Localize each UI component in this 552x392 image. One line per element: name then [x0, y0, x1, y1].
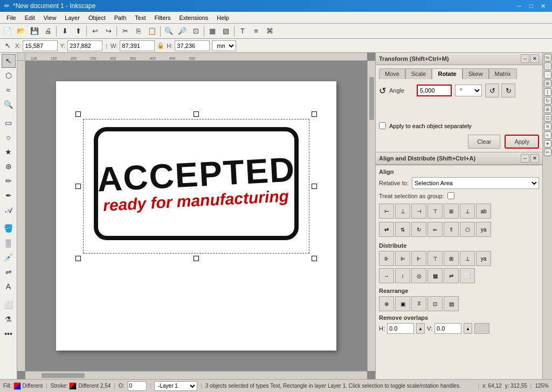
menu-object[interactable]: Object: [84, 13, 110, 22]
handle-bottom-middle[interactable]: [194, 256, 199, 261]
tab-move[interactable]: Move: [379, 68, 405, 79]
text-tool[interactable]: A: [2, 279, 16, 293]
dist-top-edges[interactable]: ⊤: [427, 251, 443, 266]
align-flip-v[interactable]: ⇑: [444, 222, 459, 237]
print-button[interactable]: 🖨: [42, 25, 54, 38]
layer-select[interactable]: -Layer 1: [154, 381, 197, 391]
dist-circular[interactable]: ◎: [411, 268, 426, 283]
snap-path-intersect[interactable]: ✦: [544, 140, 551, 148]
v-overlap-input[interactable]: [434, 323, 461, 334]
tab-skew[interactable]: Skew: [463, 68, 489, 79]
align-top-edge[interactable]: ⊤: [427, 204, 443, 219]
ungroup-button[interactable]: ▧: [219, 25, 232, 38]
snap-path[interactable]: ≈: [544, 131, 551, 139]
minimize-button[interactable]: ─: [514, 1, 524, 11]
star-tool[interactable]: ★: [2, 145, 16, 159]
apply-each-checkbox[interactable]: [379, 122, 386, 129]
bucket-tool[interactable]: 🪣: [2, 221, 16, 235]
unit-select[interactable]: mm px cm in pt: [212, 40, 236, 51]
tab-scale[interactable]: Scale: [405, 68, 432, 79]
w-input[interactable]: [120, 40, 155, 51]
snap-midpoint[interactable]: ⊡: [544, 114, 551, 122]
scrollbar-vertical[interactable]: [367, 61, 375, 371]
pencil-tool[interactable]: ✏: [2, 174, 16, 188]
cut-button[interactable]: ✂: [119, 25, 132, 38]
rearrange-grid[interactable]: ▤: [444, 296, 459, 311]
handle-top-right[interactable]: [312, 111, 317, 117]
dist-left-edges[interactable]: ⊪: [379, 251, 394, 266]
tweak-tool[interactable]: ≈: [2, 83, 16, 97]
align-exchange-y[interactable]: ⇅: [395, 222, 410, 237]
h-overlap-input[interactable]: [387, 323, 414, 334]
rearrange-tile[interactable]: ⊡: [427, 296, 443, 311]
h-input[interactable]: [175, 40, 210, 51]
eyedropper-tool[interactable]: 💉: [2, 250, 16, 264]
ellipse-tool[interactable]: ○: [2, 130, 16, 144]
scrollbar-horizontal[interactable]: [25, 371, 367, 379]
close-button[interactable]: ✕: [538, 1, 548, 11]
menu-edit[interactable]: Edit: [20, 13, 39, 22]
dist-right-edges[interactable]: ⊩: [411, 251, 426, 266]
zoom-fit-button[interactable]: ⊡: [189, 25, 202, 38]
handle-bottom-right[interactable]: [312, 256, 317, 261]
group-button[interactable]: ▦: [206, 25, 219, 38]
v-overlap-up[interactable]: ▲: [464, 323, 472, 334]
snap-center[interactable]: ⊕: [544, 106, 551, 113]
menu-layer[interactable]: Layer: [60, 13, 84, 22]
undo-button[interactable]: ↩: [88, 25, 101, 38]
rotate-cw-button[interactable]: ↻: [501, 83, 515, 97]
3d-box-tool[interactable]: ⬜: [2, 298, 16, 312]
snap-extension[interactable]: ⊢: [544, 149, 551, 156]
dist-equal-h[interactable]: ↔: [379, 268, 394, 283]
treat-as-group-checkbox[interactable]: [447, 192, 454, 199]
dropper-tool2[interactable]: ⚗: [2, 312, 16, 326]
align-minimize-button[interactable]: ─: [521, 154, 529, 163]
align-exchange-x[interactable]: ⇄: [379, 222, 394, 237]
menu-view[interactable]: View: [39, 13, 61, 22]
transform-close-button[interactable]: ✕: [530, 54, 539, 63]
handle-top-middle[interactable]: [194, 111, 199, 117]
dist-grid[interactable]: ▦: [427, 268, 443, 283]
tab-matrix[interactable]: Matrix: [489, 68, 517, 79]
snap-rotation[interactable]: ↻: [544, 97, 551, 104]
stroke-swatch[interactable]: [69, 382, 77, 390]
align-flip-h[interactable]: ⇐: [427, 222, 443, 237]
handle-top-left[interactable]: [75, 111, 81, 117]
dist-exchange[interactable]: ⇌: [444, 268, 459, 283]
new-button[interactable]: 📄: [1, 25, 14, 38]
dist-unclump[interactable]: ⬜: [460, 268, 475, 283]
align-left-edge[interactable]: ⊢: [379, 204, 394, 219]
scrollbar-v-thumb[interactable]: [369, 77, 374, 120]
align-text-baseline[interactable]: ab: [476, 204, 491, 219]
select-tool[interactable]: ↖: [2, 54, 16, 68]
align-close-button[interactable]: ✕: [530, 154, 539, 163]
node-tool[interactable]: ⬡: [2, 68, 16, 82]
save-button[interactable]: 💾: [28, 25, 41, 38]
align-center-v[interactable]: ⊞: [444, 204, 459, 219]
gradient-tool[interactable]: ▒: [2, 236, 16, 250]
rearrange-exchange[interactable]: ⊗: [379, 296, 394, 311]
menu-extensions[interactable]: Extensions: [175, 13, 212, 22]
apply-button[interactable]: Apply: [505, 135, 539, 149]
rearrange-overlap[interactable]: ⧖: [411, 296, 426, 311]
align-bottom-edge[interactable]: ⊥: [460, 204, 475, 219]
snap-bbox[interactable]: □: [544, 62, 551, 70]
menu-filters[interactable]: Filters: [150, 13, 175, 22]
connector-tool[interactable]: ⇌: [2, 265, 16, 279]
handle-middle-right[interactable]: [312, 184, 317, 189]
align-remove-overlap[interactable]: ⬡: [460, 222, 475, 237]
zoom-tool[interactable]: 🔍: [2, 97, 16, 111]
angle-input[interactable]: [417, 85, 452, 96]
copy-button[interactable]: ⎘: [132, 25, 145, 38]
rearrange-stack[interactable]: ▣: [395, 296, 410, 311]
snap-toggle[interactable]: %: [544, 54, 551, 61]
transform-minimize-button[interactable]: ─: [521, 54, 529, 63]
opacity-input[interactable]: [128, 381, 147, 391]
transform-button[interactable]: ⌘: [263, 25, 276, 38]
dist-centers-v[interactable]: ⊞: [444, 251, 459, 266]
dist-baseline[interactable]: ya: [476, 251, 491, 266]
x-input[interactable]: [23, 40, 58, 51]
tab-rotate[interactable]: Rotate: [432, 68, 462, 79]
y-input[interactable]: [67, 40, 102, 51]
h-overlap-up[interactable]: ▲: [416, 323, 425, 334]
